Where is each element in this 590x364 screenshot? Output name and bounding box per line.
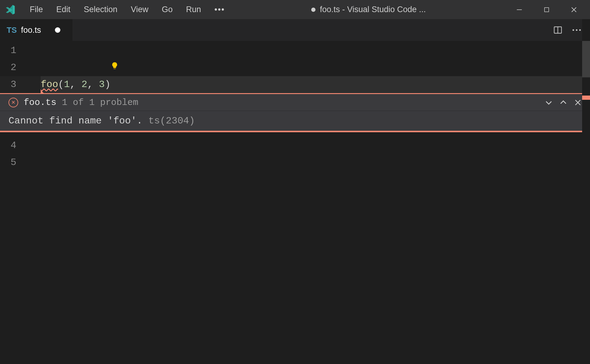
code-line[interactable] <box>41 59 590 76</box>
scrollbar-error-marker-icon[interactable] <box>582 96 590 100</box>
code-token: ( <box>58 76 64 93</box>
scrollbar-thumb[interactable] <box>582 41 590 77</box>
editor-tab-bar: TS foo.ts <box>0 19 590 41</box>
code-token: , <box>70 76 81 93</box>
code-token: 1 <box>64 76 70 93</box>
svg-point-5 <box>579 29 581 31</box>
line-number: 4 <box>0 137 16 154</box>
svg-point-4 <box>576 29 577 31</box>
svg-point-3 <box>572 29 574 31</box>
vscode-logo-icon <box>5 4 16 15</box>
peek-next-button[interactable] <box>543 97 554 108</box>
code-token: ) <box>105 76 110 93</box>
code-line[interactable]: foo(1, 2, 3) <box>41 76 590 93</box>
peek-filename: foo.ts <box>24 97 56 108</box>
tab-dirty-indicator-icon <box>55 27 60 33</box>
line-number: 3 <box>0 76 16 93</box>
close-window-button[interactable] <box>560 0 588 19</box>
menu-bar: File Edit Selection View Go Run ••• <box>23 3 231 16</box>
menu-overflow-icon[interactable]: ••• <box>208 3 231 16</box>
minimize-button[interactable] <box>506 0 533 19</box>
maximize-button[interactable] <box>533 0 560 19</box>
editor-scrollbar[interactable] <box>582 19 590 364</box>
menu-file[interactable]: File <box>23 3 50 16</box>
dirty-indicator-icon <box>311 8 315 12</box>
menu-run[interactable]: Run <box>179 3 208 16</box>
line-number: 5 <box>0 154 16 171</box>
menu-edit[interactable]: Edit <box>50 3 77 16</box>
peek-problem-count: 1 of 1 problem <box>62 97 138 108</box>
code-editor[interactable]: 1 2 3 foo(1, 2, 3) ✕ fo <box>0 41 590 364</box>
code-token: 2 <box>81 76 87 93</box>
peek-prev-button[interactable] <box>558 97 569 108</box>
menu-view[interactable]: View <box>124 3 155 16</box>
window-controls <box>506 0 588 19</box>
code-token: 3 <box>99 76 105 93</box>
menu-selection[interactable]: Selection <box>77 3 124 16</box>
window-title-text: foo.ts - Visual Studio Code ... <box>320 5 426 14</box>
title-bar: File Edit Selection View Go Run ••• foo.… <box>0 0 590 19</box>
problem-peek-widget: ✕ foo.ts 1 of 1 problem Cannot find nam <box>0 93 590 132</box>
peek-error-code: ts(2304) <box>148 115 195 126</box>
error-marker-icon <box>41 90 44 94</box>
window-title: foo.ts - Visual Studio Code ... <box>231 5 506 14</box>
menu-go[interactable]: Go <box>155 3 179 16</box>
peek-body: Cannot find name 'foo'. ts(2304) <box>0 111 590 131</box>
editor-tab-foo-ts[interactable]: TS foo.ts <box>0 19 73 41</box>
line-number: 2 <box>0 59 16 76</box>
line-number: 1 <box>0 42 16 59</box>
code-line[interactable] <box>41 42 590 59</box>
svg-rect-0 <box>544 8 549 12</box>
code-line[interactable] <box>41 137 590 154</box>
typescript-file-icon: TS <box>7 25 17 35</box>
line-number-gutter: 4 5 <box>0 137 29 171</box>
peek-error-message: Cannot find name 'foo'. <box>8 115 148 126</box>
tab-label: foo.ts <box>21 25 41 35</box>
error-icon: ✕ <box>8 98 18 107</box>
code-token: , <box>87 76 99 93</box>
peek-close-button[interactable] <box>572 97 583 108</box>
line-number-gutter: 1 2 3 <box>0 42 29 93</box>
peek-header: ✕ foo.ts 1 of 1 problem <box>0 94 590 111</box>
code-line[interactable] <box>41 154 590 171</box>
split-editor-button[interactable] <box>550 22 566 38</box>
